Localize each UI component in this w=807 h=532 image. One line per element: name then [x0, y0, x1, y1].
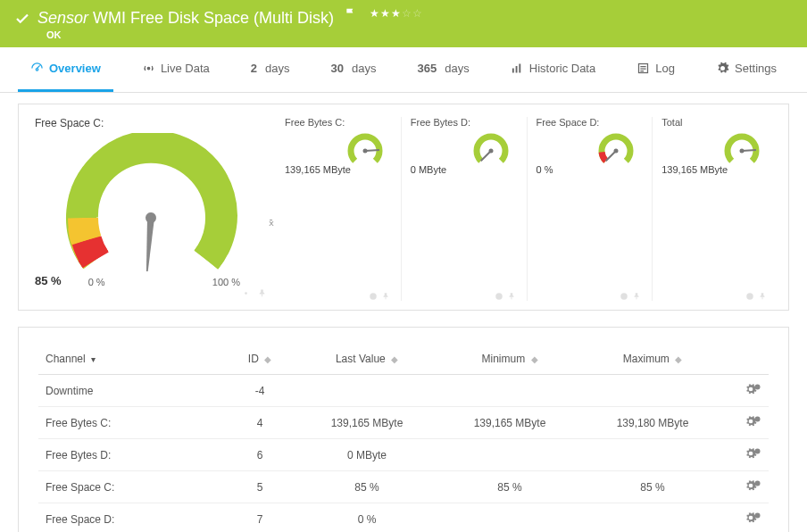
tab-2-days[interactable]: 2days: [238, 47, 303, 92]
gear-icon: [753, 479, 761, 487]
mini-gauge-actions[interactable]: [745, 292, 767, 301]
pin-icon: [381, 292, 390, 301]
gear-icon: [620, 292, 628, 301]
table-row: Free Space D: 7 0 %: [38, 503, 769, 533]
channels-table: Channel ▾ ID ◆ Last Value ◆ Minimum ◆ Ma…: [38, 344, 769, 532]
svg-point-14: [370, 293, 377, 300]
mini-gauge-actions[interactable]: [369, 292, 390, 301]
mini-gauge-label: Free Bytes C:: [285, 117, 395, 128]
row-settings-button[interactable]: [724, 503, 769, 533]
svg-rect-2: [512, 69, 514, 73]
mini-gauge-label: Free Bytes D:: [411, 117, 521, 128]
svg-point-17: [495, 293, 503, 300]
gear-icon: [745, 292, 754, 301]
cell-channel: Downtime: [38, 375, 224, 407]
mini-gauge-chart: [285, 129, 395, 168]
col-header-maximum[interactable]: Maximum ◆: [581, 344, 724, 375]
cell-maximum: 85 %: [581, 471, 724, 503]
svg-point-16: [488, 149, 493, 154]
cell-last-value: 0 MByte: [295, 439, 438, 471]
channels-table-panel: Channel ▾ ID ◆ Last Value ◆ Minimum ◆ Ma…: [18, 327, 789, 532]
cell-maximum: [581, 375, 724, 407]
tab-live-data[interactable]: Live Data: [129, 47, 222, 92]
cell-minimum: [438, 439, 581, 471]
chart-icon: [511, 62, 524, 75]
svg-point-20: [621, 293, 628, 300]
gear-icon: [495, 292, 503, 301]
row-settings-button[interactable]: [724, 407, 769, 439]
col-header-channel[interactable]: Channel ▾: [38, 344, 224, 375]
row-settings-button[interactable]: [724, 439, 769, 471]
tab-historic-data[interactable]: Historic Data: [498, 47, 608, 92]
svg-point-1: [147, 67, 150, 70]
cell-last-value: 85 %: [295, 471, 438, 503]
cell-last-value: 0 %: [295, 503, 438, 533]
col-header-minimum[interactable]: Minimum ◆: [438, 344, 581, 375]
cell-id: 4: [224, 407, 295, 439]
gauge-chart: [62, 133, 240, 271]
tab-365-days[interactable]: 365days: [405, 47, 482, 92]
gear-icon: [369, 292, 378, 301]
gauge-icon: [30, 62, 44, 75]
mini-gauge-chart: [661, 129, 772, 168]
mini-gauge[interactable]: Free Space D: 0 %: [527, 117, 647, 301]
mini-gauge-label: Total: [661, 117, 772, 128]
svg-point-13: [362, 149, 367, 154]
svg-point-26: [755, 449, 761, 454]
cell-minimum: 139,165 MByte: [438, 407, 581, 439]
svg-point-24: [755, 385, 761, 390]
tab-bar: Overview Live Data 2days 30days 365days …: [0, 47, 807, 93]
log-icon: [636, 62, 650, 75]
tab-overview[interactable]: Overview: [18, 47, 113, 92]
svg-point-19: [614, 149, 619, 154]
live-icon: [142, 62, 155, 75]
gear-icon: [753, 415, 761, 423]
mini-gauge[interactable]: Free Bytes C: 139,165 MByte: [276, 117, 395, 301]
cell-id: 6: [224, 439, 295, 471]
row-settings-button[interactable]: [724, 471, 769, 503]
table-row: Downtime -4: [38, 375, 769, 407]
cell-channel: Free Bytes C:: [38, 407, 224, 439]
gauge-actions[interactable]: [35, 287, 267, 301]
cell-id: -4: [224, 375, 295, 407]
tab-log[interactable]: Log: [624, 47, 687, 92]
svg-marker-9: [143, 218, 154, 271]
cell-channel: Free Bytes D:: [38, 439, 224, 471]
mini-gauge-actions[interactable]: [495, 292, 516, 301]
cell-minimum: [438, 375, 581, 407]
gauges-panel: Free Space C:: [18, 104, 789, 311]
svg-point-27: [755, 481, 761, 486]
gear-icon: [753, 511, 761, 520]
mini-gauge-chart: [537, 129, 647, 168]
svg-point-23: [746, 293, 753, 300]
col-header-last-value[interactable]: Last Value ◆: [295, 344, 438, 375]
row-settings-button[interactable]: [724, 375, 769, 407]
svg-rect-4: [519, 64, 520, 73]
cell-channel: Free Space D:: [38, 503, 224, 533]
mini-gauge[interactable]: Total 139,165 MByte: [652, 117, 772, 301]
gauge-value: 85 %: [35, 274, 62, 287]
table-row: Free Bytes D: 6 0 MByte: [38, 439, 769, 471]
mini-gauge-actions[interactable]: [620, 292, 641, 301]
tab-30-days[interactable]: 30days: [319, 47, 389, 92]
tab-settings[interactable]: Settings: [703, 47, 789, 92]
gear-icon: [753, 447, 761, 455]
svg-point-28: [755, 513, 761, 519]
cell-maximum: [581, 439, 724, 471]
flag-icon[interactable]: [345, 7, 357, 20]
cell-minimum: 85 %: [438, 471, 581, 503]
mini-gauge[interactable]: Free Bytes D: 0 MByte: [401, 117, 521, 301]
cell-maximum: 139,180 MByte: [581, 407, 724, 439]
svg-point-25: [755, 417, 761, 422]
mini-gauge-chart: [411, 129, 521, 168]
pin-icon: [632, 292, 641, 301]
pin-icon: [507, 292, 516, 301]
cell-last-value: [295, 375, 438, 407]
cell-id: 5: [224, 471, 295, 503]
col-header-id[interactable]: ID ◆: [224, 344, 295, 375]
gear-icon: [241, 288, 251, 298]
svg-point-11: [245, 292, 248, 295]
priority-stars[interactable]: ★★★☆☆: [370, 6, 423, 20]
primary-gauge[interactable]: Free Space C:: [35, 117, 267, 301]
svg-point-10: [146, 212, 157, 224]
